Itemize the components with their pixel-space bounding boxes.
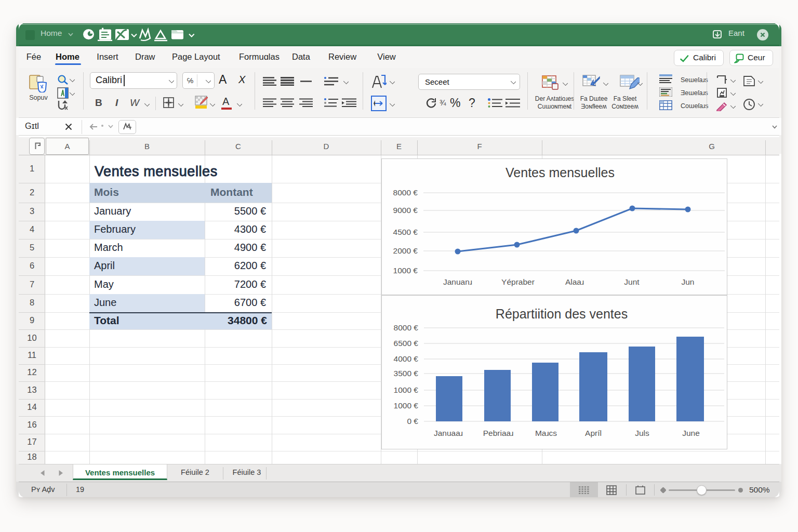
svg-text:1000 €: 1000 € [393, 266, 418, 275]
svg-text:Juls: Juls [635, 429, 649, 437]
svg-text:8000 €: 8000 € [393, 188, 418, 197]
svg-text:3500 €: 3500 € [394, 369, 419, 378]
svg-text:June: June [682, 429, 700, 437]
svg-text:Apríl: Apríl [585, 429, 602, 437]
svg-text:Répartiition des ventes: Répartiition des ventes [496, 307, 628, 321]
svg-text:4500 €: 4500 € [393, 228, 418, 236]
svg-text:1000 €: 1000 € [394, 401, 419, 410]
svg-text:Ventes mensuelles: Ventes mensuelles [506, 165, 615, 180]
svg-text:Januanɹ: Januanɹ [443, 277, 472, 286]
svg-text:Junt: Junt [624, 277, 640, 286]
svg-text:Yépraber: Yépraber [501, 277, 535, 286]
svg-text:Alaaɹ: Alaaɹ [565, 277, 584, 286]
svg-text:Januaaɹ: Januaaɹ [434, 429, 463, 437]
svg-text:Jun: Jun [682, 277, 695, 286]
svg-text:8000 €: 8000 € [394, 323, 419, 332]
svg-text:0 €: 0 € [407, 417, 418, 425]
svg-text:9000 €: 9000 € [393, 206, 418, 215]
svg-text:4000 €: 4000 € [394, 354, 419, 363]
svg-text:2000 €: 2000 € [393, 246, 418, 255]
svg-text:1000 €: 1000 € [394, 385, 419, 394]
svg-text:Pebriaaɹ: Pebriaaɹ [483, 429, 514, 437]
svg-text:6500 €: 6500 € [394, 339, 419, 348]
svg-text:Maɹcs: Maɹcs [535, 429, 557, 437]
